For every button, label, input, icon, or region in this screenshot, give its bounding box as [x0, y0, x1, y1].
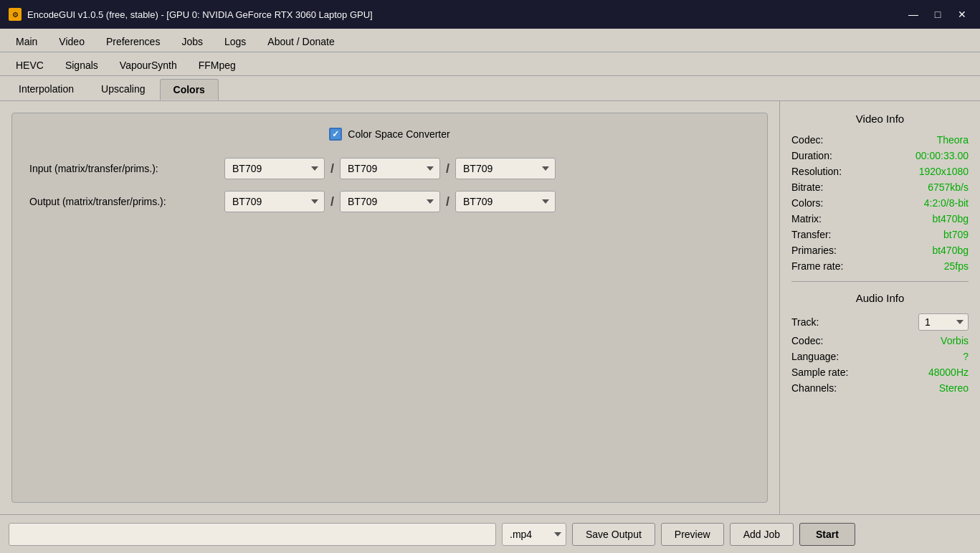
audio-samplerate-row: Sample rate: 48000Hz [791, 364, 969, 380]
start-button[interactable]: Start [799, 523, 855, 546]
format-select[interactable]: .mp4 .mkv .mov .avi [502, 523, 566, 546]
app-body: Main Video Preferences Jobs Logs About /… [0, 29, 980, 553]
output-label: Output (matrix/transfer/prims.): [29, 196, 216, 207]
filename-input[interactable] [9, 523, 496, 546]
bottom-bar: .mp4 .mkv .mov .avi Save Output Preview … [0, 514, 980, 553]
titlebar-left: ⚙ EncodeGUI v1.0.5 (free, stable) - [GPU… [9, 8, 373, 21]
submenubar1: HEVC Signals VapourSynth FFMpeg [0, 52, 980, 76]
video-bitrate-label: Bitrate: [791, 181, 823, 193]
menu-item-preferences[interactable]: Preferences [96, 32, 170, 52]
input-matrix-select[interactable]: BT709 BT601 BT2020 [224, 158, 325, 179]
input-dropdown-row: Input (matrix/transfer/prims.): BT709 BT… [29, 158, 750, 179]
video-transfer-value: bt709 [943, 229, 969, 240]
video-transfer-row: Transfer: bt709 [791, 227, 969, 242]
audio-language-label: Language: [791, 351, 839, 362]
input-dropdown-group: BT709 BT601 BT2020 / BT709 BT601 BT2020 … [224, 158, 556, 179]
video-matrix-label: Matrix: [791, 213, 822, 224]
colors-panel: Color Space Converter Input (matrix/tran… [11, 113, 768, 503]
audio-channels-label: Channels: [791, 382, 837, 394]
output-dropdown-row: Output (matrix/transfer/prims.): BT709 B… [29, 191, 750, 212]
right-panel: Video Info Codec: Theora Duration: 00:00… [779, 101, 980, 514]
video-resolution-value: 1920x1080 [919, 166, 969, 177]
audio-language-row: Language: ? [791, 349, 969, 364]
audio-track-select[interactable]: 1 2 [918, 313, 969, 331]
video-matrix-row: Matrix: bt470bg [791, 211, 969, 227]
app-icon: ⚙ [9, 8, 22, 21]
maximize-button[interactable]: □ [928, 6, 947, 22]
audio-codec-value: Vorbis [941, 335, 969, 346]
menu-item-about-donate[interactable]: About / Donate [257, 32, 344, 52]
color-space-converter-checkbox[interactable] [329, 128, 342, 141]
video-primaries-label: Primaries: [791, 245, 837, 256]
menu-item-main[interactable]: Main [6, 32, 47, 52]
video-duration-row: Duration: 00:00:33.00 [791, 148, 969, 164]
preview-button[interactable]: Preview [661, 523, 724, 546]
audio-track-row: Track: 1 2 [791, 311, 969, 333]
audio-info-title: Audio Info [791, 292, 969, 304]
audio-channels-row: Channels: Stereo [791, 380, 969, 396]
video-colors-label: Colors: [791, 197, 823, 209]
submenu2-item-colors[interactable]: Colors [160, 79, 219, 100]
menu-item-jobs[interactable]: Jobs [171, 32, 213, 52]
video-resolution-row: Resolution: 1920x1080 [791, 164, 969, 179]
submenubar2: Interpolation Upscaling Colors [0, 76, 980, 101]
add-job-button[interactable]: Add Job [730, 523, 794, 546]
audio-codec-label: Codec: [791, 335, 823, 346]
video-bitrate-value: 6757kb/s [928, 181, 969, 193]
audio-samplerate-value: 48000Hz [928, 367, 969, 378]
input-sep2: / [446, 161, 449, 176]
submenu2-item-upscaling[interactable]: Upscaling [88, 79, 158, 100]
submenu-item-ffmpeg[interactable]: FFMpeg [189, 55, 246, 75]
video-matrix-value: bt470bg [932, 213, 969, 224]
video-primaries-row: Primaries: bt470bg [791, 242, 969, 258]
titlebar: ⚙ EncodeGUI v1.0.5 (free, stable) - [GPU… [0, 0, 980, 29]
video-codec-label: Codec: [791, 134, 823, 146]
video-resolution-label: Resolution: [791, 166, 842, 177]
menu-item-video[interactable]: Video [49, 32, 95, 52]
input-transfer-select[interactable]: BT709 BT601 BT2020 [340, 158, 440, 179]
main-panel: Color Space Converter Input (matrix/tran… [0, 101, 779, 514]
submenu-item-hevc[interactable]: HEVC [6, 55, 54, 75]
video-codec-value: Theora [937, 134, 969, 146]
menu-item-logs[interactable]: Logs [214, 32, 256, 52]
audio-channels-value: Stereo [939, 382, 969, 394]
video-colors-value: 4:2:0/8-bit [924, 197, 969, 209]
audio-samplerate-label: Sample rate: [791, 367, 848, 378]
menubar: Main Video Preferences Jobs Logs About /… [0, 29, 980, 52]
video-codec-row: Codec: Theora [791, 132, 969, 148]
input-prims-select[interactable]: BT709 BT601 BT2020 [455, 158, 556, 179]
app-title: EncodeGUI v1.0.5 (free, stable) - [GPU 0… [27, 9, 373, 20]
video-primaries-value: bt470bg [932, 245, 969, 256]
info-divider [791, 281, 969, 282]
color-space-converter-row: Color Space Converter [29, 128, 750, 141]
titlebar-controls: — □ ✕ [904, 6, 971, 22]
video-duration-label: Duration: [791, 150, 832, 161]
input-sep1: / [330, 161, 334, 176]
submenu2-item-interpolation[interactable]: Interpolation [6, 79, 87, 100]
video-colors-row: Colors: 4:2:0/8-bit [791, 195, 969, 211]
output-sep2: / [446, 194, 449, 209]
output-sep1: / [330, 194, 334, 209]
video-framerate-value: 25fps [944, 260, 969, 272]
color-space-converter-label: Color Space Converter [348, 128, 449, 140]
video-framerate-label: Frame rate: [791, 260, 843, 272]
submenu-item-vapoursynth[interactable]: VapourSynth [110, 55, 187, 75]
video-bitrate-row: Bitrate: 6757kb/s [791, 179, 969, 195]
video-transfer-label: Transfer: [791, 229, 832, 240]
audio-track-label: Track: [791, 316, 819, 328]
save-output-button[interactable]: Save Output [572, 523, 655, 546]
minimize-button[interactable]: — [904, 6, 923, 22]
close-button[interactable]: ✕ [953, 6, 971, 22]
content-area: Color Space Converter Input (matrix/tran… [0, 101, 980, 514]
audio-codec-row: Codec: Vorbis [791, 333, 969, 349]
output-dropdown-group: BT709 BT601 BT2020 / BT709 BT601 BT2020 … [224, 191, 556, 212]
output-transfer-select[interactable]: BT709 BT601 BT2020 [340, 191, 440, 212]
audio-language-value: ? [963, 351, 969, 362]
video-info-title: Video Info [791, 113, 969, 125]
output-prims-select[interactable]: BT709 BT601 BT2020 [455, 191, 556, 212]
input-label: Input (matrix/transfer/prims.): [29, 163, 216, 174]
video-framerate-row: Frame rate: 25fps [791, 258, 969, 274]
video-duration-value: 00:00:33.00 [915, 150, 969, 161]
submenu-item-signals[interactable]: Signals [55, 55, 108, 75]
output-matrix-select[interactable]: BT709 BT601 BT2020 [224, 191, 325, 212]
